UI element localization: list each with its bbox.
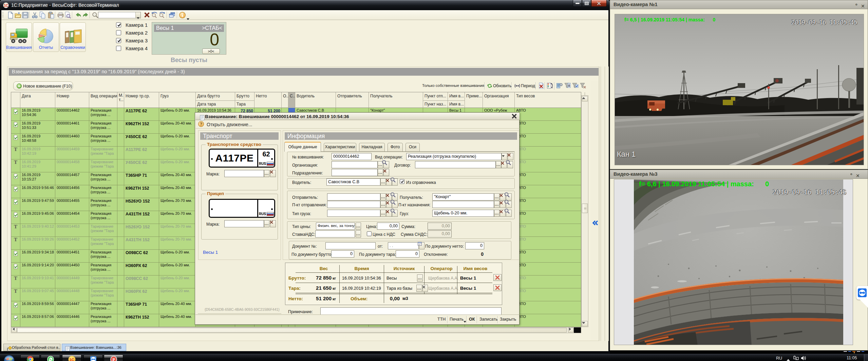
receiver-input[interactable]: "Конарт" [432,193,494,201]
vat-ellipsis[interactable]: ... [356,230,361,238]
trailer-brand-ellipsis-button[interactable]: ... [264,220,269,227]
filter-down-icon[interactable] [564,82,571,89]
help-icon[interactable]: ? [198,121,204,127]
find-next-icon[interactable] [151,12,158,19]
scroll-up-icon[interactable] [582,96,588,101]
tare-source-ellipsis[interactable]: ... [416,285,422,292]
nav-button-3[interactable]: Справочники [60,22,86,52]
dept-input[interactable] [332,169,378,176]
column-header-gross[interactable]: Брутто [235,92,254,100]
dept-ellipsis-button[interactable]: ... [378,169,383,176]
sum-input[interactable]: 0,00 [428,223,452,230]
camera-checkbox-3[interactable] [116,38,121,43]
search-close-icon[interactable] [144,12,150,18]
tare-source-clear[interactable] [422,285,428,292]
vat-input[interactable] [315,230,355,238]
open-folder-icon[interactable] [14,12,21,19]
lookup-button[interactable] [506,210,512,217]
tab-характеристики[interactable]: Характеристики [324,143,356,152]
filter-check-icon[interactable] [572,82,579,89]
gross-source-ellipsis[interactable]: ... [417,274,423,282]
doc-number-input[interactable] [325,242,376,249]
video2-close-icon[interactable] [855,172,861,177]
video1-titlebar[interactable]: Видео-камера №1 o [610,0,868,9]
period-icon[interactable] [514,83,521,90]
driver-input[interactable]: Савостиков С.В [326,178,380,186]
list-settings-icon[interactable] [556,82,563,89]
teamviewer-icon-taskbar-button[interactable] [83,355,103,361]
cargo-type-input[interactable] [327,210,380,217]
doc-date-input[interactable]: . . [388,242,419,249]
clear-button[interactable] [383,169,389,176]
column-header-sender[interactable]: Отправитель [336,92,369,108]
scale-link[interactable]: Весы 1 [203,250,218,255]
print-preview-icon[interactable] [64,12,71,19]
calendar-button[interactable] [419,242,424,249]
column-header-o[interactable]: О.. [282,92,288,108]
doc-gross-input[interactable]: 0 [331,250,354,258]
tab-накладная[interactable]: Накладная [359,143,385,152]
restructure-icon[interactable] [547,82,553,89]
brand-input[interactable] [224,170,264,177]
delete-excel-icon[interactable] [538,82,545,89]
tab-общие-данные[interactable]: Общие данные [284,142,321,152]
column-header-cargo[interactable]: Груз [159,92,196,108]
delete-gross-button[interactable] [493,274,502,281]
whatsapp-icon-taskbar-button[interactable] [41,355,60,361]
column-header-note[interactable]: Приме... [465,92,483,108]
column-header-point[interactable]: Пункт отп... [423,92,448,100]
dialog-titlebar[interactable]: Взвешивание: Взвешивание 00000014462 от … [195,113,520,120]
show-desktop-button[interactable] [864,354,868,361]
copy-icon[interactable] [39,12,46,19]
column-header-veh[interactable]: Номер тр.ср. [124,92,159,108]
doc-net-input[interactable]: 0 [465,242,484,249]
tab-оси[interactable]: Оси [405,143,420,152]
toolbar-grip[interactable] [2,12,4,18]
start-orb-icon[interactable] [3,355,16,361]
lookup-button[interactable] [392,178,398,186]
column-header-mt[interactable]: М. т... [117,92,124,108]
dest-point-input[interactable] [432,201,494,208]
brand-ellipsis-button[interactable]: ... [264,170,269,177]
delete-tare-button[interactable] [493,284,502,291]
column-header-icon[interactable] [11,92,20,108]
video2-titlebar[interactable]: Видео-камера №3 o [610,170,868,179]
teamviewer-side-tab[interactable] [856,286,868,308]
open-movement-link[interactable]: Открыть движение... [207,122,252,127]
nav-button-2[interactable]: Отчеты [33,22,59,52]
operation-drop-button[interactable] [502,153,507,160]
collapse-splitter[interactable] [590,80,599,340]
camera-checkbox-4[interactable] [116,46,121,51]
find-prev-icon[interactable] [158,12,166,19]
print-icon[interactable] [57,12,64,19]
lookup-button[interactable] [392,210,398,217]
column-header-gross-2[interactable]: Тара [235,100,254,108]
nav-button-1[interactable]: Взвешивания [6,22,32,52]
vat-sum-input[interactable]: 0,00 [428,230,452,238]
contract-ellipsis-button[interactable]: ... [496,161,501,168]
note-input[interactable] [320,307,502,315]
maximize-button[interactable] [582,0,591,7]
cut-icon[interactable] [31,12,38,19]
info-icon[interactable] [179,12,186,19]
contract-input[interactable] [415,161,496,168]
doc-tare-input[interactable]: 0 [396,250,419,258]
cargo-type-input-ellipsis[interactable]: ... [380,210,386,217]
window-titlebar[interactable]: 1С 1С:Предприятие - ВесыСофт: ВесовойТер… [0,0,610,10]
lookup-button[interactable] [506,201,512,208]
price-type-ellipsis[interactable]: ... [356,223,361,230]
period-button[interactable]: Период [521,83,535,88]
column-header-net[interactable]: Нетто [254,92,282,108]
vertical-scrollbar[interactable] [581,95,588,327]
info-drop-icon[interactable] [187,15,189,17]
clear-button[interactable] [270,170,276,177]
weighing-number-input[interactable]: 00000014462 [332,153,372,160]
toolbar-search-drop[interactable] [135,12,140,18]
dest-point-input-ellipsis[interactable]: ... [494,201,499,208]
column-header-driver[interactable]: Водитель [295,92,336,108]
vat-checkbox[interactable] [367,231,372,236]
ok-button[interactable]: ОК [469,317,475,322]
camera-checkbox-2[interactable] [116,30,121,35]
zero-button[interactable]: >0< [202,49,220,54]
column-header-stype[interactable]: Тип весов [515,92,585,108]
